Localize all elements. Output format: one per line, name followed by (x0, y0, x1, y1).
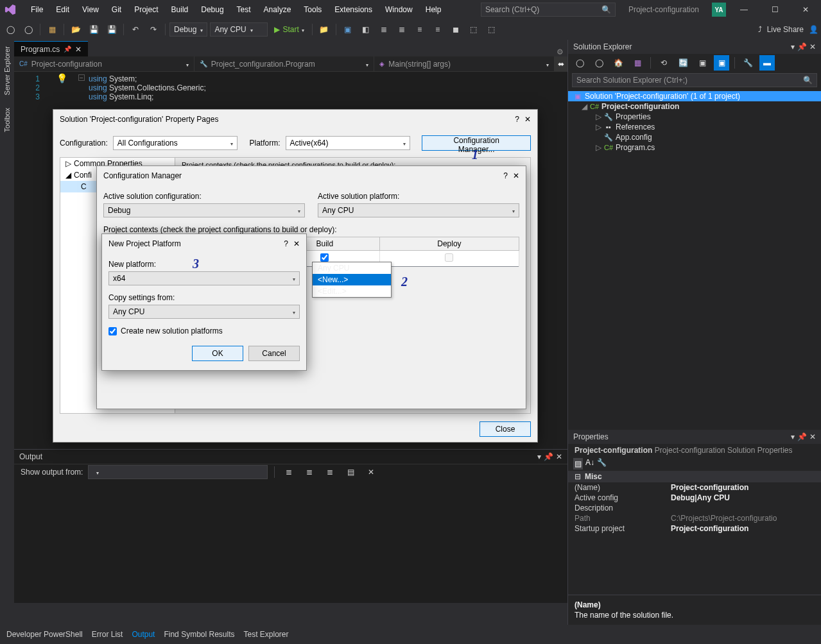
property-row[interactable]: PathC:\Projects\Project-configuratio (568, 513, 821, 523)
pin-icon[interactable]: 📌 (64, 46, 71, 53)
tab-toolbox[interactable]: Toolbox (0, 101, 13, 139)
option-edit[interactable]: <Edit...> (313, 285, 391, 297)
output-source-dropdown[interactable] (88, 465, 268, 479)
tab-program-cs[interactable]: Program.cs 📌 ✕ (14, 41, 88, 56)
option-new[interactable]: <New...> (313, 274, 391, 285)
nav-back-icon[interactable]: ◯ (3, 22, 18, 37)
active-platform-dropdown[interactable]: Any CPU (318, 203, 519, 217)
close-icon[interactable]: ✕ (513, 171, 519, 180)
dropdown-icon[interactable]: ▾ (791, 432, 795, 441)
nav-project-dropdown[interactable]: C# Project-configuration (14, 56, 194, 71)
refresh-icon[interactable]: 🔄 (675, 55, 691, 71)
dropdown-icon[interactable]: ▾ (537, 452, 541, 461)
close-panel-icon[interactable]: ✕ (809, 42, 816, 51)
home-icon[interactable]: 🏠 (610, 55, 626, 71)
preview-icon[interactable]: ▬ (759, 55, 775, 71)
nav-method-dropdown[interactable]: ◈ Main(string[] args) (374, 56, 555, 71)
close-panel-icon[interactable]: ✕ (809, 432, 816, 441)
open-file-icon[interactable]: 📂 (68, 22, 83, 37)
pin-icon[interactable]: 📌 (544, 452, 553, 461)
build-checkbox[interactable] (320, 253, 329, 262)
tree-appconfig-node[interactable]: 🔧 App.config (568, 132, 821, 142)
close-window-button[interactable]: ✕ (793, 1, 818, 19)
bookmark-icon[interactable]: ◼ (448, 22, 463, 37)
tool-icon[interactable]: ≣ (302, 464, 317, 480)
sync-icon[interactable]: ⟲ (656, 55, 671, 71)
tool-icon[interactable]: ≡ (430, 22, 445, 37)
tool-icon[interactable]: ◧ (358, 22, 374, 37)
close-panel-icon[interactable]: ✕ (556, 452, 562, 461)
menu-test[interactable]: Test (230, 3, 257, 17)
status-findsymbol[interactable]: Find Symbol Results (164, 630, 234, 639)
new-project-icon[interactable]: ▦ (44, 22, 60, 37)
expand-icon[interactable]: ▷ (65, 159, 71, 168)
switch-view-icon[interactable]: ▦ (630, 55, 645, 71)
menu-edit[interactable]: Edit (49, 3, 76, 17)
overflow-icon[interactable]: ⚙ (553, 47, 567, 56)
close-tab-icon[interactable]: ✕ (75, 45, 82, 54)
code-editor[interactable]: 💡 − 1using System; 2using System.Collect… (14, 72, 567, 104)
tool-icon[interactable]: ≡ (412, 22, 428, 37)
tool-icon[interactable]: ≣ (376, 22, 392, 37)
copy-settings-dropdown[interactable]: Any CPU (108, 305, 300, 319)
collapse-icon[interactable]: − (78, 74, 85, 81)
status-powershell[interactable]: Developer PowerShell (6, 630, 83, 639)
help-icon[interactable]: ? (503, 171, 508, 180)
tree-references-node[interactable]: ▷ ▪▪ References (568, 122, 821, 132)
config-dropdown[interactable]: All Configurations (113, 136, 238, 150)
tool-icon[interactable]: ⬚ (484, 22, 499, 37)
save-icon[interactable]: 💾 (86, 22, 101, 37)
nav-class-dropdown[interactable]: 🔧 Project_configuration.Program (194, 56, 375, 71)
categorize-icon[interactable]: ▤ (573, 458, 583, 470)
global-search-input[interactable]: Search (Ctrl+Q) 🔍 (481, 3, 616, 17)
expand-icon[interactable]: ▷ (595, 112, 601, 121)
menu-git[interactable]: Git (105, 3, 128, 17)
tree-properties-node[interactable]: ▷ 🔧 Properties (568, 112, 821, 122)
active-config-dropdown[interactable]: Debug (103, 203, 305, 217)
pin-icon[interactable]: 📌 (797, 432, 807, 441)
lightbulb-icon[interactable]: 💡 (56, 73, 67, 83)
split-icon[interactable]: ⬌ (555, 56, 567, 71)
property-category[interactable]: ⊟Misc (568, 471, 821, 482)
menu-file[interactable]: File (24, 3, 49, 17)
menu-help[interactable]: Help (419, 3, 448, 17)
maximize-button[interactable]: ☐ (762, 1, 788, 19)
status-errorlist[interactable]: Error List (92, 630, 123, 639)
menu-tools[interactable]: Tools (297, 3, 328, 17)
collapse-all-icon[interactable]: ▣ (695, 55, 710, 71)
status-testexplorer[interactable]: Test Explorer (244, 630, 289, 639)
minimize-button[interactable]: — (731, 1, 757, 19)
expand-icon[interactable]: ▷ (595, 123, 601, 131)
tree-solution-node[interactable]: ▣ Solution 'Project-configuration' (1 of… (568, 91, 821, 101)
menu-view[interactable]: View (76, 3, 105, 17)
liveshare-button[interactable]: Live Share (767, 25, 804, 34)
col-deploy[interactable]: Deploy (379, 237, 519, 251)
collapse-icon[interactable]: ⊟ (575, 472, 581, 481)
tool-icon[interactable]: ≣ (281, 464, 297, 480)
create-solution-platforms-checkbox[interactable] (108, 327, 117, 335)
new-platform-dropdown[interactable]: x64 (108, 271, 300, 285)
menu-build[interactable]: Build (165, 3, 195, 17)
solution-search-input[interactable]: Search Solution Explorer (Ctrl+;) 🔍 (572, 73, 817, 87)
alpha-icon[interactable]: A↓ (585, 458, 594, 470)
dropdown-icon[interactable]: ▾ (791, 42, 795, 51)
menu-debug[interactable]: Debug (194, 3, 230, 17)
tool-icon[interactable]: ⬚ (466, 22, 481, 37)
expand-icon[interactable]: ▷ (595, 143, 601, 152)
property-row[interactable]: (Name)Project-configuration (568, 482, 821, 493)
save-all-icon[interactable]: 💾 (104, 22, 119, 37)
wrench-icon[interactable]: 🔧 (597, 458, 607, 470)
close-icon[interactable]: ✕ (293, 239, 300, 248)
properties-icon[interactable]: 🔧 (740, 55, 756, 71)
clear-icon[interactable]: ✕ (363, 464, 379, 480)
show-all-icon[interactable]: ▣ (714, 55, 729, 71)
tab-server-explorer[interactable]: Server Explorer (0, 40, 13, 101)
start-button[interactable]: ▶ Start (270, 25, 307, 34)
platform-dropdown[interactable]: Any CPU (210, 22, 268, 37)
configuration-dropdown[interactable]: Debug (169, 22, 207, 37)
fwd-icon[interactable]: ◯ (591, 55, 607, 71)
tool-icon[interactable]: ≣ (322, 464, 338, 480)
help-icon[interactable]: ? (515, 115, 519, 124)
menu-extensions[interactable]: Extensions (328, 3, 379, 17)
user-badge[interactable]: YA (712, 3, 726, 17)
